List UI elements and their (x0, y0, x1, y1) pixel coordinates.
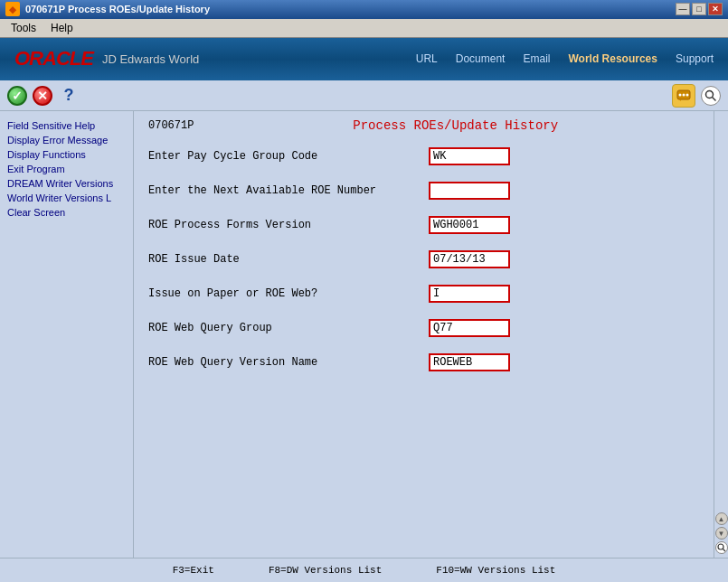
nav-document[interactable]: Document (456, 52, 506, 65)
toolbar: ✓ ✕ ? (0, 80, 728, 111)
scroll-down-btn[interactable]: ▼ (715, 527, 728, 540)
sidebar-item-display-funcs[interactable]: Display Functions (4, 147, 129, 162)
oracle-header: ORACLE JD Edwards World URL Document Ema… (0, 38, 728, 80)
window-controls: — □ ✕ (676, 3, 723, 15)
form-row-3: ROE Process Forms Version (148, 216, 699, 234)
nav-email[interactable]: Email (523, 52, 550, 65)
sidebar: Field Sensitive Help Display Error Messa… (0, 111, 134, 558)
close-button[interactable]: ✕ (708, 3, 723, 15)
main-area: Field Sensitive Help Display Error Messa… (0, 111, 728, 558)
nav-support[interactable]: Support (676, 52, 714, 65)
sidebar-item-dream-writer[interactable]: DREAM Writer Versions (4, 176, 129, 191)
form-area: 070671P Process ROEs/Update History Ente… (134, 111, 714, 558)
sidebar-item-world-writer[interactable]: World Writer Versions L (4, 191, 129, 205)
field-input-pay-cycle[interactable] (429, 147, 510, 165)
f8-label: F8=DW Versions List (269, 565, 382, 576)
field-input-web-query-group[interactable] (429, 319, 510, 337)
window-title: 070671P Process ROEs/Update History (25, 4, 210, 14)
svg-point-2 (683, 93, 685, 96)
field-input-roe-number[interactable] (429, 182, 510, 200)
form-row-1: Enter Pay Cycle Group Code (148, 147, 699, 165)
chat-icon[interactable] (672, 84, 695, 108)
form-row-5: Issue on Paper or ROE Web? (148, 285, 699, 303)
toolbar-right (672, 84, 721, 108)
help-button[interactable]: ? (58, 86, 80, 106)
field-label-3: ROE Process Forms Version (148, 219, 429, 231)
svg-point-7 (718, 544, 723, 549)
nav-world-resources[interactable]: World Resources (568, 52, 657, 65)
sidebar-item-error-msg[interactable]: Display Error Message (4, 133, 129, 147)
field-label-5: Issue on Paper or ROE Web? (148, 287, 429, 300)
window: ◆ 070671P Process ROEs/Update History — … (0, 0, 728, 582)
sidebar-item-exit[interactable]: Exit Program (4, 162, 129, 176)
svg-line-8 (723, 549, 725, 552)
oracle-logo: ORACLE JD Edwards World (14, 47, 199, 70)
right-scrollbar: ▲ ▼ (714, 111, 728, 558)
field-input-roe-version[interactable] (429, 216, 510, 234)
form-id: 070671P (148, 119, 194, 132)
menu-tools[interactable]: Tools (4, 20, 43, 36)
field-label-7: ROE Web Query Version Name (148, 356, 429, 369)
field-label-2: Enter the Next Available ROE Number (148, 184, 429, 197)
svg-line-6 (713, 97, 716, 100)
field-label-1: Enter Pay Cycle Group Code (148, 150, 429, 163)
menu-bar: Tools Help (0, 19, 728, 38)
header-nav: URL Document Email World Resources Suppo… (416, 52, 714, 65)
oracle-text: ORACLE (14, 47, 93, 70)
status-bar: F3=Exit F8=DW Versions List F10=WW Versi… (0, 558, 728, 582)
svg-point-3 (686, 93, 689, 96)
scroll-search-btn[interactable] (715, 541, 728, 554)
svg-point-5 (706, 90, 714, 98)
sidebar-item-field-help[interactable]: Field Sensitive Help (4, 118, 129, 133)
field-input-roe-date[interactable] (429, 250, 510, 268)
field-input-web-query-version[interactable] (429, 353, 510, 371)
form-row-4: ROE Issue Date (148, 250, 699, 268)
form-title: Process ROEs/Update History (212, 118, 699, 133)
content-wrapper: 070671P Process ROEs/Update History Ente… (134, 111, 728, 558)
field-input-issue-type[interactable] (429, 285, 510, 303)
f10-label: F10=WW Versions List (436, 565, 555, 576)
form-header: 070671P Process ROEs/Update History (148, 118, 699, 133)
svg-point-1 (679, 93, 682, 96)
form-row-7: ROE Web Query Version Name (148, 353, 699, 371)
minimize-button[interactable]: — (676, 3, 690, 15)
form-row-6: ROE Web Query Group (148, 319, 699, 337)
app-icon: ◆ (5, 2, 20, 16)
form-row-2: Enter the Next Available ROE Number (148, 182, 699, 200)
nav-url[interactable]: URL (416, 52, 438, 65)
field-label-6: ROE Web Query Group (148, 322, 429, 334)
menu-help[interactable]: Help (43, 20, 80, 36)
f3-label: F3=Exit (173, 565, 214, 576)
cancel-button[interactable]: ✕ (33, 86, 52, 106)
field-label-4: ROE Issue Date (148, 253, 429, 266)
scroll-up-btn[interactable]: ▲ (715, 512, 728, 525)
ok-button[interactable]: ✓ (7, 86, 27, 106)
title-bar: ◆ 070671P Process ROEs/Update History — … (0, 0, 728, 19)
jde-text: JD Edwards World (102, 52, 199, 66)
sidebar-item-clear-screen[interactable]: Clear Screen (4, 205, 129, 220)
search-icon[interactable] (701, 86, 721, 106)
maximize-button[interactable]: □ (692, 3, 706, 15)
